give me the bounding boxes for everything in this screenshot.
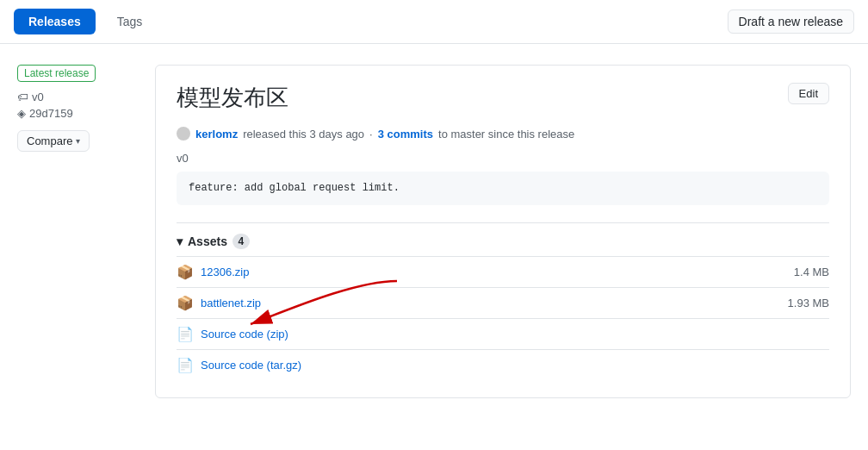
tags-tab[interactable]: Tags xyxy=(102,9,158,34)
chevron-down-icon: ▾ xyxy=(76,136,80,146)
zip-icon: 📦 xyxy=(177,295,194,311)
assets-label: Assets xyxy=(188,234,227,248)
release-title: 模型发布区 xyxy=(177,83,288,113)
release-header: 模型发布区 Edit xyxy=(177,83,829,120)
sidebar: Latest release 🏷 v0 ◈ 29d7159 Compare ▾ xyxy=(17,65,155,398)
assets-count-badge: 4 xyxy=(232,234,250,249)
top-bar: Releases Tags Draft a new release xyxy=(0,0,868,44)
main-content: Latest release 🏷 v0 ◈ 29d7159 Compare ▾ … xyxy=(3,44,865,419)
asset-left: 📄 Source code (tar.gz) xyxy=(177,357,301,373)
asset-row: 📄 Source code (zip) xyxy=(177,318,829,349)
edit-button[interactable]: Edit xyxy=(788,83,829,104)
tab-group: Releases Tags xyxy=(14,9,157,34)
separator: · xyxy=(369,128,373,141)
compare-label: Compare xyxy=(27,134,72,147)
source-icon: 📄 xyxy=(177,357,194,373)
tag-ref: 🏷 v0 xyxy=(17,91,141,103)
release-tag-label: v0 xyxy=(177,152,189,165)
source-icon: 📄 xyxy=(177,326,194,342)
author-link[interactable]: kerlomz xyxy=(195,128,238,141)
draft-release-button[interactable]: Draft a new release xyxy=(728,9,854,34)
commits-suffix: to master since this release xyxy=(438,128,574,141)
asset-row: 📦 battlenet.zip 1.93 MB xyxy=(177,287,829,318)
asset-size: 1.4 MB xyxy=(794,266,829,278)
asset-link[interactable]: Source code (zip) xyxy=(201,328,288,341)
tag-icon: 🏷 xyxy=(17,91,28,103)
asset-size: 1.93 MB xyxy=(788,297,829,309)
commit-icon: ◈ xyxy=(17,107,26,120)
asset-left: 📄 Source code (zip) xyxy=(177,326,288,342)
release-description: feature: add global request limit. xyxy=(177,172,829,205)
release-meta-text: released this 3 days ago xyxy=(243,128,364,141)
asset-row: 📄 Source code (tar.gz) xyxy=(177,349,829,380)
commits-link[interactable]: 3 commits xyxy=(378,128,433,141)
asset-link[interactable]: Source code (tar.gz) xyxy=(201,359,301,372)
asset-row: 📦 12306.zip 1.4 MB xyxy=(177,256,829,287)
asset-left: 📦 12306.zip xyxy=(177,264,249,280)
commit-ref: ◈ 29d7159 xyxy=(17,107,141,120)
asset-link[interactable]: battlenet.zip xyxy=(201,297,261,309)
asset-left: 📦 battlenet.zip xyxy=(177,295,261,311)
assets-header[interactable]: ▾ Assets 4 xyxy=(177,234,829,249)
collapse-icon: ▾ xyxy=(177,234,183,248)
compare-button[interactable]: Compare ▾ xyxy=(17,130,90,152)
zip-icon: 📦 xyxy=(177,264,194,280)
avatar xyxy=(177,127,190,141)
release-card: 模型发布区 Edit kerlomz released this 3 days … xyxy=(155,65,851,398)
asset-link[interactable]: 12306.zip xyxy=(201,266,249,278)
latest-release-badge: Latest release xyxy=(17,65,96,82)
release-meta: kerlomz released this 3 days ago · 3 com… xyxy=(177,127,829,141)
releases-tab[interactable]: Releases xyxy=(14,9,96,34)
assets-section: ▾ Assets 4 📦 12306.zip 1.4 MB 📦 battlene… xyxy=(177,222,829,380)
